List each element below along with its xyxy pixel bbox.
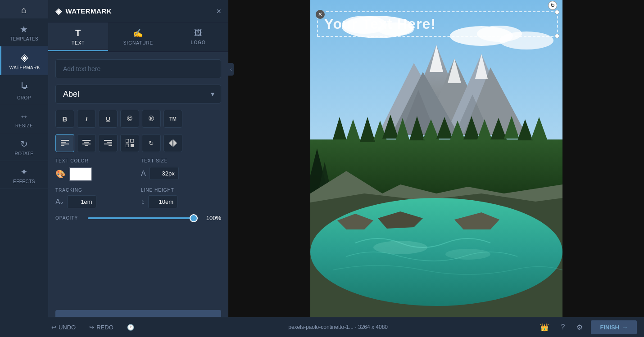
- sidebar-item-rotate[interactable]: ↻ ROTATE: [0, 133, 48, 161]
- tracking-value-row: Aᵥ: [55, 195, 136, 208]
- opacity-label: OPACITY: [55, 216, 82, 220]
- panel-close-button[interactable]: ×: [216, 7, 221, 15]
- svg-rect-4: [61, 140, 69, 141]
- lineheight-label: LINE HEIGHT: [141, 188, 221, 193]
- help-button[interactable]: ?: [557, 321, 568, 333]
- text-size-icon: A: [141, 170, 146, 178]
- alignment-row: ↻: [55, 134, 221, 152]
- collapse-arrow[interactable]: ‹: [228, 63, 234, 76]
- panel-title: ◈ WATERMARK: [55, 6, 112, 16]
- svg-rect-17: [131, 139, 134, 142]
- text-size-label: TEXT SIZE: [141, 158, 221, 163]
- svg-marker-21: [173, 139, 177, 147]
- sidebar-item-crop[interactable]: CROP: [0, 75, 48, 105]
- watermark-text-input[interactable]: [55, 59, 221, 78]
- undo-button[interactable]: ↩ UNDO: [46, 321, 81, 333]
- panel-header: ◈ WATERMARK ×: [48, 0, 228, 22]
- crown-button[interactable]: 👑: [536, 321, 553, 333]
- rotate-text-button[interactable]: ↻: [142, 134, 161, 152]
- font-selector-wrapper: Abel Arial Times New Roman Georgia Verda…: [55, 85, 221, 103]
- redo-label: REDO: [96, 324, 113, 331]
- undo-icon: ↩: [51, 324, 56, 331]
- text-size-input[interactable]: [150, 167, 179, 180]
- watermark-display-text: Your Text Here!: [324, 16, 436, 32]
- tab-logo-label: LOGO: [191, 40, 206, 45]
- watermark-overlay[interactable]: ✕ ↻ Your Text Here!: [317, 11, 558, 37]
- tab-logo[interactable]: 🖼 LOGO: [168, 22, 228, 51]
- svg-rect-7: [61, 145, 64, 146]
- watermark-handle-tr[interactable]: [555, 10, 559, 14]
- resize-icon: ↔: [19, 112, 29, 121]
- bold-button[interactable]: B: [55, 110, 74, 128]
- sidebar-item-resize[interactable]: ↔ RESIZE: [0, 105, 48, 133]
- sidebar-item-label: ROTATE: [14, 151, 33, 156]
- home-icon: ⌂: [21, 5, 27, 14]
- finish-button[interactable]: FINISH →: [591, 320, 637, 334]
- sidebar-item-templates[interactable]: ★ TEMPLATES: [0, 18, 48, 46]
- redo-button[interactable]: ↪ REDO: [84, 321, 119, 333]
- color-swatch[interactable]: [69, 167, 92, 181]
- format-buttons-row: B I U © ® TM: [55, 110, 221, 128]
- svg-point-65: [373, 241, 427, 254]
- panel-content: Abel Arial Times New Roman Georgia Verda…: [48, 52, 228, 337]
- sidebar-item-watermark[interactable]: ◈ WATERMARK: [0, 46, 48, 75]
- text-tab-icon: T: [75, 28, 81, 38]
- lineheight-input[interactable]: [148, 195, 177, 208]
- svg-rect-8: [82, 140, 91, 141]
- sidebar-item-label: RESIZE: [15, 123, 33, 128]
- align-left-button[interactable]: [55, 134, 74, 152]
- svg-marker-20: [169, 139, 172, 147]
- color-picker-icon[interactable]: 🎨: [55, 169, 65, 179]
- opacity-slider[interactable]: [88, 217, 198, 219]
- settings-button[interactable]: ⚙: [573, 321, 586, 333]
- history-button[interactable]: 🕐: [122, 321, 140, 333]
- svg-rect-19: [131, 144, 134, 147]
- watermark-rotate-handle[interactable]: ↻: [548, 1, 557, 10]
- effects-icon: ✦: [20, 167, 28, 176]
- italic-button[interactable]: I: [77, 110, 96, 128]
- lineheight-value-row: ↕: [141, 195, 221, 208]
- watermark-handle-br[interactable]: [555, 34, 559, 38]
- tracking-input[interactable]: [67, 195, 96, 208]
- sidebar: ⌂ ★ TEMPLATES ◈ WATERMARK: [0, 0, 48, 337]
- tracking-lineheight-row: TRACKING Aᵥ LINE HEIGHT ↕: [55, 188, 221, 208]
- svg-rect-5: [61, 142, 66, 143]
- templates-icon: ★: [20, 25, 28, 34]
- tracking-group: TRACKING Aᵥ: [55, 188, 136, 208]
- color-size-row: TEXT COLOR 🎨 TEXT SIZE A: [55, 158, 221, 181]
- size-row: A: [141, 167, 221, 180]
- position-button[interactable]: [120, 134, 139, 152]
- sidebar-item-effects[interactable]: ✦ EFFECTS: [0, 161, 48, 189]
- copyright-button[interactable]: ©: [120, 110, 139, 128]
- sidebar-item-label: EFFECTS: [13, 179, 35, 184]
- underline-button[interactable]: U: [99, 110, 118, 128]
- crop-icon: [19, 81, 29, 93]
- watermark-delete-button[interactable]: ✕: [316, 10, 325, 19]
- bottom-bar: ← EXIT ↩ UNDO ↪ REDO 🕐 pexels-paolo-cont…: [0, 317, 644, 337]
- flip-button[interactable]: [163, 134, 182, 152]
- history-icon: 🕐: [127, 324, 134, 331]
- tab-signature[interactable]: ✍ SIGNATURE: [108, 22, 168, 51]
- finish-label: FINISH: [600, 324, 619, 331]
- sidebar-item-label: WATERMARK: [9, 65, 40, 70]
- panel-title-text: WATERMARK: [66, 7, 112, 15]
- svg-rect-14: [104, 144, 112, 144]
- svg-rect-16: [126, 139, 129, 142]
- align-center-button[interactable]: [77, 134, 96, 152]
- lineheight-group: LINE HEIGHT ↕: [141, 188, 221, 208]
- signature-tab-icon: ✍: [133, 28, 143, 38]
- file-info-text: pexels-paolo-continetto-1... · 3264 x 40…: [288, 324, 388, 330]
- tab-text-label: TEXT: [72, 40, 85, 45]
- font-select[interactable]: Abel Arial Times New Roman Georgia Verda…: [55, 85, 221, 103]
- svg-rect-2: [26, 85, 27, 88]
- svg-rect-9: [84, 142, 89, 143]
- align-right-button[interactable]: [99, 134, 118, 152]
- rotate-icon: ↻: [20, 139, 28, 148]
- watermark-panel: ◈ WATERMARK × T TEXT ✍ SIGNATURE 🖼 LOGO: [48, 0, 228, 337]
- trademark-button[interactable]: TM: [163, 110, 182, 128]
- registered-button[interactable]: ®: [142, 110, 161, 128]
- text-size-group: TEXT SIZE A: [141, 158, 221, 181]
- tab-text[interactable]: T TEXT: [48, 22, 108, 51]
- sidebar-item-home[interactable]: ⌂: [0, 0, 48, 18]
- svg-point-66: [445, 249, 490, 260]
